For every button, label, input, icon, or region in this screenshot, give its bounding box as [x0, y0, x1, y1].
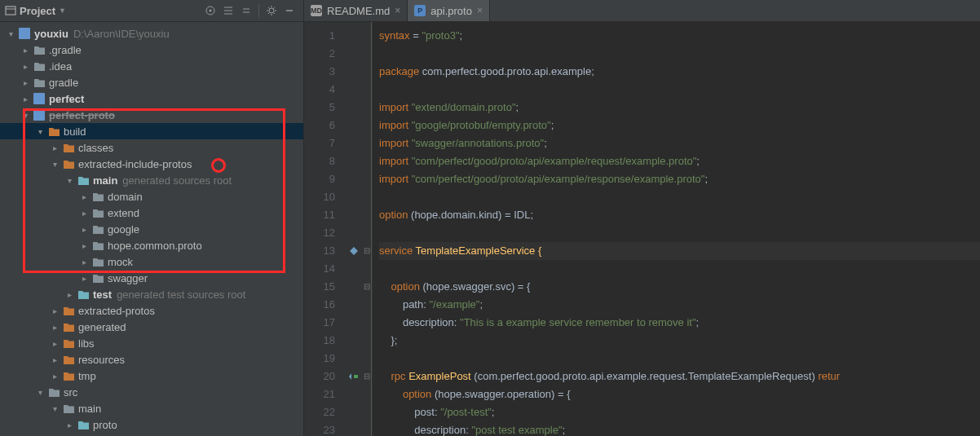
- chevron-down-icon[interactable]: ▾: [34, 127, 46, 136]
- code-line[interactable]: path: "/example";: [379, 296, 980, 314]
- locate-icon[interactable]: [201, 2, 219, 20]
- tree-item-youxiu[interactable]: ▾youxiuD:\Aaron\IDE\youxiu: [0, 25, 303, 42]
- close-icon[interactable]: ×: [395, 5, 400, 16]
- tree-item-extracted-protos[interactable]: ▸extracted-protos: [0, 302, 303, 319]
- gutter-icon: [347, 350, 361, 368]
- chevron-right-icon[interactable]: ▸: [49, 339, 60, 348]
- chevron-down-icon[interactable]: ▾: [20, 111, 31, 120]
- tree-item-gradle[interactable]: ▸gradle: [0, 74, 303, 90]
- tree-item-extend[interactable]: ▸extend: [0, 205, 303, 221]
- chevron-right-icon[interactable]: ▸: [78, 274, 90, 283]
- minimize-icon[interactable]: [280, 2, 298, 20]
- chevron-right-icon[interactable]: ▸: [49, 306, 60, 315]
- chevron-right-icon[interactable]: ▸: [78, 225, 90, 234]
- chevron-right-icon[interactable]: ▸: [20, 62, 31, 71]
- tree-item--idea[interactable]: ▸.idea: [0, 58, 303, 74]
- line-number: 10: [304, 188, 343, 206]
- sidebar-title[interactable]: Project ▼: [5, 5, 66, 17]
- tree-item-build[interactable]: ▾build: [0, 123, 303, 139]
- code-line[interactable]: option (hope.domain.kind) = IDL;: [379, 206, 980, 224]
- tree-item-main[interactable]: ▾maingenerated sources root: [0, 172, 303, 188]
- tree-item-classes[interactable]: ▸classes: [0, 139, 303, 156]
- tab-README-md[interactable]: MDREADME.md×: [304, 0, 408, 21]
- code-line[interactable]: post: "/post-test";: [379, 403, 980, 421]
- code-line[interactable]: option (hope.swagger.operation) = {: [379, 385, 980, 403]
- chevron-right-icon[interactable]: ▸: [78, 258, 90, 266]
- code-line[interactable]: description: "This is a example service …: [379, 314, 980, 332]
- chevron-right-icon[interactable]: ▸: [20, 46, 31, 55]
- code-line[interactable]: option (hope.swagger.svc) = {: [379, 278, 980, 296]
- tree-item-mock[interactable]: ▸mock: [0, 253, 303, 270]
- chevron-down-icon[interactable]: ▾: [64, 176, 75, 185]
- code-line[interactable]: [379, 350, 980, 368]
- chevron-down-icon[interactable]: ▾: [5, 29, 16, 38]
- tree-item-label: youxiu: [34, 28, 68, 40]
- line-number: 11: [304, 206, 343, 224]
- project-tree[interactable]: ▾youxiuD:\Aaron\IDE\youxiu▸.gradle▸.idea…: [0, 22, 303, 436]
- code-line[interactable]: [379, 45, 980, 63]
- tab-api-proto[interactable]: Papi.proto×: [408, 0, 490, 21]
- tree-item-libs[interactable]: ▸libs: [0, 335, 303, 351]
- tree-item-extracted-include-protos[interactable]: ▾extracted-include-protos: [0, 156, 303, 172]
- tree-item-google[interactable]: ▸google: [0, 221, 303, 237]
- module-icon: [18, 27, 31, 40]
- chevron-right-icon[interactable]: ▸: [20, 78, 31, 87]
- folder-icon: [91, 190, 104, 203]
- tree-item-perfect[interactable]: ▸perfect: [0, 90, 303, 107]
- tree-item-swagger[interactable]: ▸swagger: [0, 270, 303, 286]
- chevron-right-icon[interactable]: ▸: [78, 209, 90, 218]
- tree-item-label: resources: [78, 354, 125, 366]
- code-line[interactable]: [379, 81, 980, 99]
- close-icon[interactable]: ×: [477, 5, 483, 16]
- gutter-icon: [347, 206, 361, 224]
- chevron-right-icon[interactable]: ▸: [49, 143, 60, 152]
- tree-item-resources[interactable]: ▸resources: [0, 351, 303, 368]
- code-line[interactable]: syntax = "proto3";: [379, 27, 980, 45]
- tree-item-hope-common-proto[interactable]: ▸hope.common.proto: [0, 237, 303, 253]
- chevron-right-icon[interactable]: ▸: [49, 372, 60, 381]
- code-line[interactable]: service TemplateExampleService {: [379, 242, 980, 260]
- gear-icon[interactable]: [263, 2, 280, 20]
- tree-item--gradle[interactable]: ▸.gradle: [0, 42, 303, 58]
- tree-item-src[interactable]: ▾src: [0, 384, 303, 400]
- line-number: 3: [304, 63, 343, 81]
- tree-item-perfect-proto[interactable]: ▾perfect-proto: [0, 107, 303, 123]
- tree-item-main[interactable]: ▾main: [0, 400, 303, 416]
- chevron-right-icon[interactable]: ▸: [78, 192, 90, 201]
- code-editor[interactable]: 1234567891011121314151617181920212223 ⊟⊟…: [304, 22, 980, 436]
- tree-item-generated[interactable]: ▸generated: [0, 319, 303, 335]
- tree-item-tmp[interactable]: ▸tmp: [0, 368, 303, 384]
- code-line[interactable]: package com.perfect.good.proto.api.examp…: [379, 63, 980, 81]
- tab-label: README.md: [327, 5, 390, 17]
- code-line[interactable]: rpc ExamplePost (com.perfect.good.proto.…: [379, 368, 980, 385]
- line-number: 2: [304, 45, 343, 63]
- collapse-all-icon[interactable]: [237, 2, 255, 20]
- folder-icon: [33, 43, 46, 56]
- chevron-right-icon[interactable]: ▸: [78, 241, 90, 250]
- chevron-right-icon[interactable]: ▸: [49, 323, 60, 332]
- tree-item-label: domain: [108, 191, 143, 203]
- code-line[interactable]: import "com/perfect/good/proto/api/examp…: [379, 170, 980, 188]
- chevron-down-icon[interactable]: ▾: [49, 160, 60, 169]
- chevron-down-icon[interactable]: ▾: [49, 404, 60, 413]
- code-content[interactable]: syntax = "proto3";package com.perfect.go…: [373, 22, 980, 436]
- tree-item-domain[interactable]: ▸domain: [0, 188, 303, 205]
- folder-icon: [91, 271, 104, 284]
- code-line[interactable]: [379, 260, 980, 278]
- tree-item-proto[interactable]: ▸proto: [0, 416, 303, 433]
- code-line[interactable]: import "swagger/annotations.proto";: [379, 134, 980, 152]
- code-line[interactable]: import "google/protobuf/empty.proto";: [379, 117, 980, 134]
- expand-all-icon[interactable]: [219, 2, 237, 20]
- chevron-right-icon[interactable]: ▸: [20, 95, 31, 103]
- code-line[interactable]: [379, 224, 980, 242]
- code-line[interactable]: import "com/perfect/good/proto/api/examp…: [379, 152, 980, 170]
- code-line[interactable]: description: "post test example";: [379, 421, 980, 436]
- chevron-right-icon[interactable]: ▸: [64, 421, 75, 429]
- code-line[interactable]: import "extend/domain.proto";: [379, 99, 980, 117]
- code-line[interactable]: };: [379, 332, 980, 350]
- chevron-down-icon[interactable]: ▾: [34, 388, 46, 397]
- chevron-right-icon[interactable]: ▸: [64, 290, 75, 299]
- chevron-right-icon[interactable]: ▸: [49, 355, 60, 364]
- tree-item-test[interactable]: ▸testgenerated test sources root: [0, 286, 303, 302]
- code-line[interactable]: [379, 188, 980, 206]
